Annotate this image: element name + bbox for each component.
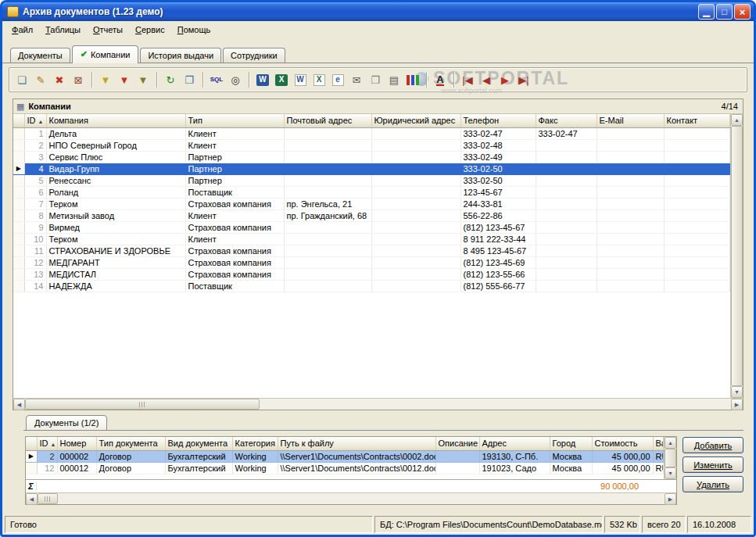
copy-doc-icon[interactable]: ❐: [367, 71, 384, 88]
table-row[interactable]: 2НПО Северный ГородКлиент333-02-48: [13, 139, 730, 151]
menu-item-1[interactable]: Таблицы: [39, 23, 87, 36]
documents-hscrollbar[interactable]: ◀ ▶: [26, 492, 676, 504]
print-icon[interactable]: ▤: [385, 71, 403, 88]
column-header-4[interactable]: Юридический адрес: [371, 114, 460, 127]
filter-icon[interactable]: ▼: [97, 71, 114, 88]
column-header-6[interactable]: Описание: [435, 437, 479, 450]
tab-1[interactable]: ✔Компании: [72, 45, 139, 63]
menu-item-3[interactable]: Сервис: [129, 23, 171, 36]
new-record-icon[interactable]: ❏: [13, 71, 30, 88]
add-button[interactable]: Добавить: [683, 437, 743, 453]
filter-clear-icon[interactable]: ▼: [116, 71, 133, 88]
scroll-left-icon[interactable]: ◀: [13, 399, 25, 410]
column-header-0[interactable]: ID▲: [24, 114, 46, 127]
column-header-7[interactable]: Адрес: [479, 437, 550, 450]
excel-icon[interactable]: X: [273, 71, 290, 88]
close-button[interactable]: ×: [734, 4, 751, 20]
nav-last-icon[interactable]: ▶|: [515, 71, 532, 88]
menu-bar: ФайлТаблицыОтчетыСервисПомощь: [2, 21, 754, 38]
table-row[interactable]: 13МЕДИСТАЛСтраховая компания(812) 123-55…: [13, 268, 730, 280]
tab-documents-bottom[interactable]: Документы (1/2): [26, 415, 107, 431]
chart-icon[interactable]: [404, 71, 421, 88]
vscroll-thumb[interactable]: [665, 449, 676, 467]
word-icon[interactable]: W: [254, 71, 271, 88]
table-row[interactable]: 3Сервис ПлюсПартнер333-02-49: [13, 151, 730, 163]
status-bar: ГотовоБД: C:\Program Files\DocumentsCoun…: [4, 516, 752, 533]
nav-next-icon[interactable]: ▶: [496, 71, 514, 88]
companies-hscrollbar[interactable]: ◀ ▶: [13, 398, 743, 410]
column-header-9[interactable]: Стоимость: [592, 437, 653, 450]
table-row[interactable]: 14НАДЕЖДАПоставщик(812) 555-66-77: [13, 280, 730, 292]
scroll-up-icon[interactable]: ▲: [665, 437, 676, 449]
minimize-button[interactable]: ▁: [698, 4, 715, 20]
column-header-8[interactable]: Контакт: [664, 114, 730, 127]
scroll-up-icon[interactable]: ▲: [731, 114, 743, 126]
table-row[interactable]: 6РоландПоставщик123-45-67: [13, 186, 730, 198]
scroll-down-icon[interactable]: ▼: [731, 386, 743, 398]
column-header-8[interactable]: Город: [550, 437, 592, 450]
hscroll-thumb[interactable]: [25, 399, 260, 410]
hscroll-thumb[interactable]: [38, 493, 58, 504]
tab-0[interactable]: Документы: [10, 48, 70, 63]
table-row[interactable]: ▶4Видар-ГруппПартнер333-02-50: [13, 163, 730, 174]
column-header-4[interactable]: Категория: [232, 437, 278, 450]
menu-item-2[interactable]: Отчеты: [87, 23, 129, 36]
table-row[interactable]: 8Метизный заводКлиентпр. Гражданский, 68…: [13, 209, 730, 221]
filter-custom-icon[interactable]: ▼: [134, 71, 152, 88]
column-header-0[interactable]: ID▲: [37, 437, 57, 450]
export-excel-icon[interactable]: X: [310, 71, 328, 88]
documents-vscrollbar[interactable]: ▲ ▼: [664, 437, 676, 479]
table-row[interactable]: 1ДельтаКлиент333-02-47333-02-47: [13, 127, 730, 139]
mail-icon[interactable]: ✉: [348, 71, 365, 88]
column-header-3[interactable]: Почтовый адрес: [284, 114, 371, 127]
search-icon[interactable]: ◎: [227, 71, 244, 88]
scroll-left-icon[interactable]: ◀: [26, 493, 38, 505]
tab-2[interactable]: История выдачи: [140, 48, 221, 63]
column-header-3[interactable]: Вид документа: [165, 437, 232, 450]
column-header-1[interactable]: Компания: [46, 114, 185, 127]
delete-button[interactable]: Удалить: [683, 476, 743, 492]
copy-record-icon[interactable]: ❐: [181, 71, 198, 88]
companies-vscrollbar[interactable]: ▲ ▼: [730, 114, 743, 398]
clear-table-icon[interactable]: ⊠: [70, 71, 87, 88]
title-bar[interactable]: Архив документов (1.23 демо) ▁□×: [2, 2, 754, 21]
export-html-icon[interactable]: e: [329, 71, 346, 88]
table-row[interactable]: 11СТРАХОВАНИЕ И ЗДОРОВЬЕСтраховая компан…: [13, 245, 730, 256]
documents-panel: ID▲НомерТип документаВид документаКатего…: [25, 436, 677, 505]
maximize-button[interactable]: □: [716, 4, 733, 20]
table-row[interactable]: ▶2000002ДоговорБухгалтерскийWorking\\Ser…: [26, 450, 664, 462]
column-header-2[interactable]: Тип: [185, 114, 284, 127]
table-row[interactable]: 7ТеркомСтраховая компанияпр. Энгельса, 2…: [13, 198, 730, 209]
column-header-2[interactable]: Тип документа: [96, 437, 165, 450]
edit-button[interactable]: Изменить: [683, 456, 743, 473]
column-header-1[interactable]: Номер: [57, 437, 96, 450]
nav-first-icon[interactable]: |◀: [459, 71, 476, 88]
table-row[interactable]: 12МЕДГАРАНТСтраховая компания(812) 123-4…: [13, 256, 730, 268]
scroll-right-icon[interactable]: ▶: [665, 493, 676, 505]
nav-prev-icon[interactable]: ◀: [478, 71, 495, 88]
table-row[interactable]: 12000012ДоговорБухгалтерскийWorking\\Ser…: [26, 462, 664, 474]
panel-title: Компании: [28, 102, 70, 111]
refresh-icon[interactable]: ↻: [162, 71, 179, 88]
toolbar-separator: [249, 72, 249, 88]
edit-record-icon[interactable]: ✎: [32, 71, 49, 88]
column-header-10[interactable]: Валют: [653, 437, 664, 450]
scroll-right-icon[interactable]: ▶: [731, 399, 743, 410]
table-row[interactable]: 5РенессансПартнер333-02-50: [13, 174, 730, 186]
font-icon[interactable]: A: [432, 71, 449, 88]
table-row[interactable]: 9ВирмедСтраховая компания(812) 123-45-67: [13, 221, 730, 233]
sql-icon[interactable]: SQL: [208, 71, 225, 88]
delete-record-icon[interactable]: ✖: [51, 71, 68, 88]
table-row[interactable]: 10ТеркомКлиент8 911 222-33-44: [13, 233, 730, 245]
export-word-icon[interactable]: W: [292, 71, 309, 88]
column-header-7[interactable]: E-Mail: [597, 114, 664, 127]
menu-item-0[interactable]: Файл: [5, 23, 39, 36]
column-header-5[interactable]: Путь к файлу: [278, 437, 435, 450]
tab-3[interactable]: Сотрудники: [223, 48, 285, 63]
column-header-6[interactable]: Факс: [536, 114, 597, 127]
documents-table: ID▲НомерТип документаВид документаКатего…: [26, 437, 664, 479]
menu-item-4[interactable]: Помощь: [171, 23, 217, 36]
column-header-5[interactable]: Телефон: [460, 114, 536, 127]
vscroll-thumb[interactable]: [731, 126, 743, 386]
scroll-down-icon[interactable]: ▼: [665, 467, 676, 479]
